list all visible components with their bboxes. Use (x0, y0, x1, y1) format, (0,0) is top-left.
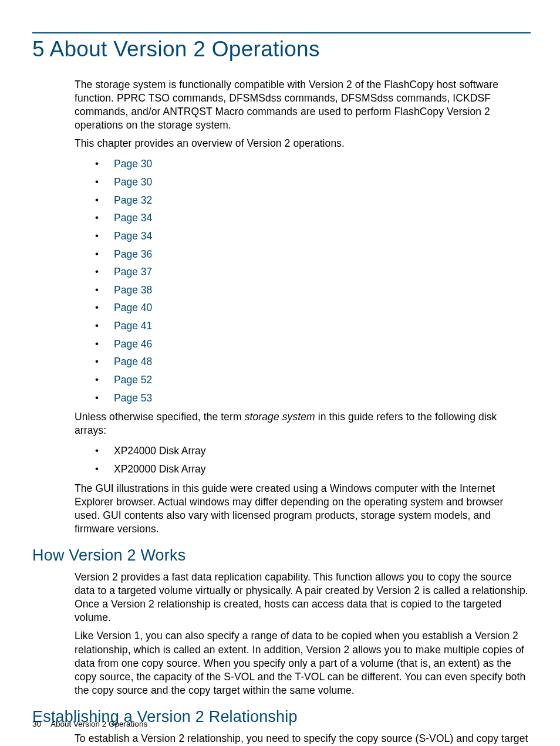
list-item: Page 38 (95, 281, 528, 299)
page-link[interactable]: Page 34 (114, 212, 152, 224)
page-link[interactable]: Page 41 (114, 320, 152, 332)
list-item: Page 37 (95, 263, 528, 281)
list-item: Page 30 (95, 173, 528, 191)
page-link[interactable]: Page 30 (114, 176, 152, 188)
disk-array-list: XP24000 Disk Array XP20000 Disk Array (95, 442, 528, 478)
body-paragraph: To establish a Version 2 relationship, y… (75, 732, 528, 746)
chapter-heading: 5 About Version 2 Operations (32, 37, 531, 62)
page-link[interactable]: Page 40 (114, 302, 152, 313)
footer-title: About Version 2 Operations (50, 720, 147, 728)
page-link[interactable]: Page 32 (114, 194, 152, 206)
page-link[interactable]: Page 38 (114, 284, 152, 296)
page-link[interactable]: Page 53 (114, 392, 152, 404)
horizontal-rule (32, 32, 531, 33)
list-item: XP20000 Disk Array (95, 460, 528, 478)
body-paragraph: Like Version 1, you can also specify a r… (75, 629, 528, 697)
body-paragraph: Version 2 provides a fast data replicati… (75, 571, 528, 625)
list-item: Page 36 (95, 245, 528, 264)
list-item: Page 40 (95, 299, 528, 317)
page-number: 30 (32, 720, 41, 728)
list-item: Page 46 (95, 335, 528, 353)
list-item: Page 34 (95, 209, 528, 227)
list-item: XP24000 Disk Array (95, 442, 528, 460)
page-link[interactable]: Page 36 (114, 248, 152, 260)
page-link[interactable]: Page 52 (114, 374, 152, 386)
list-item: Page 34 (95, 227, 528, 245)
section-heading-how-works: How Version 2 Works (32, 546, 531, 565)
list-item: Page 48 (95, 353, 528, 371)
text-emphasis: storage system (245, 411, 315, 423)
page-link[interactable]: Page 46 (114, 338, 152, 350)
page-link-list: Page 30 Page 30 Page 32 Page 34 Page 34 … (95, 155, 528, 407)
page-link[interactable]: Page 30 (114, 158, 152, 170)
text-pre: Unless otherwise specified, the term (75, 411, 245, 423)
list-item: Page 30 (95, 155, 528, 173)
list-item: Page 32 (95, 191, 528, 210)
section-body: Version 2 provides a fast data replicati… (75, 571, 528, 697)
chapter-body: The storage system is functionally compa… (75, 78, 528, 536)
intro-paragraph-2: This chapter provides an overview of Ver… (75, 137, 528, 150)
section-body: To establish a Version 2 relationship, y… (75, 732, 528, 746)
page-link[interactable]: Page 37 (114, 266, 152, 278)
gui-paragraph: The GUI illustrations in this guide were… (75, 482, 528, 536)
unless-paragraph: Unless otherwise specified, the term sto… (75, 410, 528, 437)
list-item: Page 52 (95, 371, 528, 389)
intro-paragraph-1: The storage system is functionally compa… (75, 78, 528, 132)
page-link[interactable]: Page 34 (114, 230, 152, 242)
page-footer: 30About Version 2 Operations (32, 720, 147, 728)
page-link[interactable]: Page 48 (114, 356, 152, 367)
list-item: Page 41 (95, 317, 528, 335)
list-item: Page 53 (95, 389, 528, 407)
